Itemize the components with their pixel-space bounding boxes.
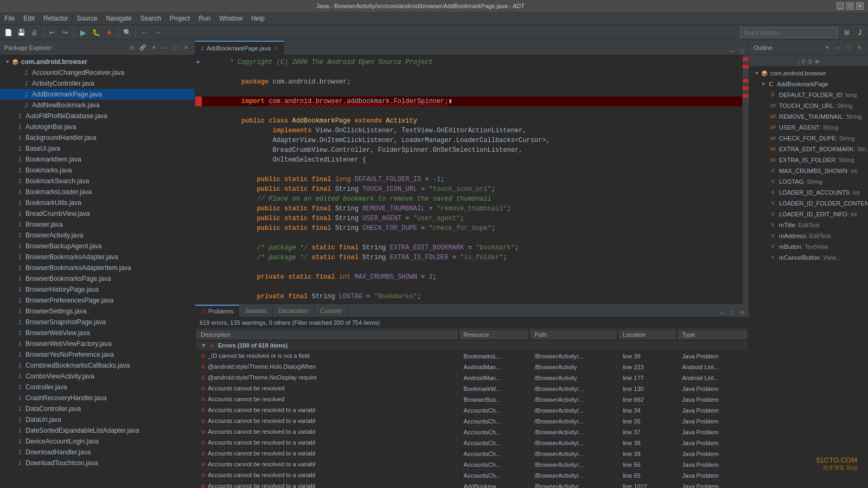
java-perspective[interactable]: J: [854, 27, 866, 38]
list-item[interactable]: J BaseUi.java: [0, 143, 195, 154]
menu-navigate[interactable]: Navigate: [101, 12, 136, 24]
outline-field-item[interactable]: SF CHECK_FOR_DUPE : String: [749, 133, 868, 144]
tab-close-button[interactable]: ✕: [274, 46, 278, 52]
table-row[interactable]: ⊗Accounts cannot be resolved to a variab…: [196, 471, 748, 480]
run-button[interactable]: ▶: [77, 27, 89, 38]
list-item[interactable]: J AddNewBookmark.java: [0, 100, 195, 111]
hide-nonpublic-icon[interactable]: 👁: [814, 59, 820, 65]
menu-source[interactable]: Source: [72, 12, 101, 24]
outline-field-item[interactable]: F mCancelButton : View...: [749, 252, 868, 263]
tree-expand-arrow[interactable]: ▼: [4, 59, 11, 65]
list-item[interactable]: J DeviceAccountLogin.java: [0, 436, 195, 447]
outline-field-item[interactable]: F LOGTAG : String: [749, 176, 868, 187]
list-item[interactable]: J BrowserPreferencesPage.java: [0, 295, 195, 306]
back-button[interactable]: ←: [139, 27, 151, 38]
new-button[interactable]: 📄: [2, 27, 14, 38]
hide-static-icon[interactable]: S: [808, 59, 812, 65]
outline-field-item[interactable]: SF TOUCH_ICON_URL : String: [749, 100, 868, 111]
list-item[interactable]: J CombinedBookmarksCallbacks.java: [0, 360, 195, 371]
list-item[interactable]: J AutologinBar.java: [0, 121, 195, 132]
code-content[interactable]: ▶ * Copyright (C) 2006 The Android Open …: [195, 55, 749, 304]
redo-button[interactable]: ↪: [59, 27, 71, 38]
list-item[interactable]: J BrowserBookmarksAdapterItem.java: [0, 262, 195, 273]
tab-javadoc[interactable]: Javadoc: [239, 305, 273, 317]
outline-field-item[interactable]: F LOADER_ID_FOLDER_CONTENT: [749, 198, 868, 209]
list-item[interactable]: J Browser.java: [0, 219, 195, 230]
outline-field-item[interactable]: SF EXTRA_EDIT_BOOKMARK : Stri...: [749, 144, 868, 155]
outline-field-item[interactable]: SF EXTRA_IS_FOLDER : String: [749, 155, 868, 165]
sort-icon[interactable]: ↕: [797, 59, 800, 65]
tab-addbookmarkpage[interactable]: J AddBookmarkPage.java ✕: [195, 41, 284, 55]
menu-window[interactable]: Window: [215, 12, 247, 24]
menu-edit[interactable]: Edit: [19, 12, 39, 24]
outline-close-button[interactable]: ✕: [855, 43, 864, 52]
outline-field-item[interactable]: F LOADER_ID_EDIT_INFO : int: [749, 209, 868, 220]
list-item[interactable]: J Controller.java: [0, 382, 195, 393]
list-item[interactable]: J BackgroundHandler.java: [0, 132, 195, 143]
table-row[interactable]: ⊗@android:style/Theme.Holo.DialogWhen An…: [196, 362, 748, 372]
list-item[interactable]: J BookmarksLoader.java: [0, 187, 195, 197]
hide-fields-icon[interactable]: F: [802, 59, 806, 65]
menu-project[interactable]: Project: [165, 12, 194, 24]
outline-menu-button[interactable]: ▾: [822, 43, 831, 52]
list-item[interactable]: J ActivityController.java: [0, 78, 195, 89]
tab-declaration[interactable]: Declaration: [273, 305, 315, 317]
table-row[interactable]: ⊗_ID cannot be resolved or is not a fiel…: [196, 351, 748, 361]
outline-maximize-button[interactable]: □: [844, 43, 853, 52]
tab-problems[interactable]: ⚠ Problems: [195, 305, 239, 317]
list-item[interactable]: J DateSortedExpandableListAdapter.java: [0, 425, 195, 436]
table-row[interactable]: ⊗Accounts cannot be resolved to a variab…: [196, 416, 748, 426]
list-item[interactable]: J DownloadTouchIcon.java: [0, 458, 195, 468]
list-item[interactable]: J BrowserActivity.java: [0, 230, 195, 241]
table-row[interactable]: ▼ ● Errors (100 of 619 items): [196, 341, 748, 350]
list-item[interactable]: J BrowserSettings.java: [0, 306, 195, 317]
table-row[interactable]: ⊗Accounts cannot be resolved to a variab…: [196, 406, 748, 415]
list-item[interactable]: J BrowserWebView.java: [0, 328, 195, 338]
list-item[interactable]: J BookmarkItem.java: [0, 154, 195, 165]
outline-package-item[interactable]: ▼ 📦 com.android.browser: [749, 68, 868, 79]
minimize-button[interactable]: _: [837, 2, 844, 10]
collapse-all-button[interactable]: ⊟: [127, 43, 136, 52]
search-button[interactable]: 🔍: [121, 27, 133, 38]
list-item[interactable]: J BrowserWebViewFactory.java: [0, 338, 195, 349]
minimize-panel-button[interactable]: —: [160, 43, 169, 52]
tab-console[interactable]: Console: [315, 305, 348, 317]
list-item[interactable]: J BrowserHistoryPage.java: [0, 284, 195, 295]
outline-minimize-button[interactable]: —: [833, 43, 842, 52]
forward-button[interactable]: →: [152, 27, 164, 38]
list-item[interactable]: J BrowserSnapshotPage.java: [0, 317, 195, 328]
list-item[interactable]: J DownloadHandler.java: [0, 447, 195, 458]
outline-field-item[interactable]: SF USER_AGENT : String: [749, 122, 868, 133]
list-item[interactable]: J BrowserBookmarksAdapter.java: [0, 252, 195, 262]
close-panel-button[interactable]: ✕: [182, 43, 190, 52]
minimize-editor-button[interactable]: —: [728, 46, 737, 55]
maximize-editor-button[interactable]: □: [738, 46, 746, 55]
table-row[interactable]: ⊗Accounts cannot be resolved BookmarkW..…: [196, 384, 748, 394]
list-item[interactable]: J BreadCrumbView.java: [0, 208, 195, 219]
outline-field-item[interactable]: F DEFAULT_FOLDER_ID : long: [749, 89, 868, 100]
tree-root-item[interactable]: ▼ 📦 com.android.browser: [0, 56, 195, 67]
menu-run[interactable]: Run: [194, 12, 215, 24]
list-item[interactable]: J AddBookmarkPage.java: [0, 89, 195, 100]
list-item[interactable]: J AccountsChangedReceiver.java: [0, 67, 195, 78]
outline-field-item[interactable]: F mTitle : EditText: [749, 220, 868, 230]
list-item[interactable]: J BrowserBookmarksPage.java: [0, 273, 195, 284]
perspectives-button[interactable]: ⊞: [841, 27, 853, 38]
close-bottom-button[interactable]: ✕: [738, 308, 746, 317]
list-item[interactable]: J BrowserBackupAgent.java: [0, 241, 195, 252]
table-row[interactable]: ⊗Accounts cannot be resolved to a variab…: [196, 481, 748, 488]
list-item[interactable]: J DataController.java: [0, 403, 195, 414]
outline-field-item[interactable]: F LOADER_ID_ACCOUNTS : int: [749, 187, 868, 198]
outline-class-item[interactable]: ▼ C AddBookmarkPage: [749, 79, 868, 89]
outline-field-item[interactable]: F mButton : TextView: [749, 241, 868, 252]
maximize-button[interactable]: □: [846, 2, 854, 10]
minimize-bottom-button[interactable]: —: [718, 308, 727, 317]
table-row[interactable]: ⊗Accounts cannot be resolved to a variab…: [196, 438, 748, 448]
outline-field-item[interactable]: F MAX_CRUMBS_SHOWN : int: [749, 165, 868, 176]
view-menu-button[interactable]: ▾: [149, 43, 158, 52]
close-button[interactable]: ✕: [856, 2, 864, 10]
menu-search[interactable]: Search: [136, 12, 165, 24]
outline-field-item[interactable]: SF REMOVE_THUMBNAIL : String: [749, 111, 868, 122]
table-row[interactable]: ⊗Accounts cannot be resolved to a variab…: [196, 449, 748, 459]
list-item[interactable]: J AutoFillProfileDatabase.java: [0, 111, 195, 121]
